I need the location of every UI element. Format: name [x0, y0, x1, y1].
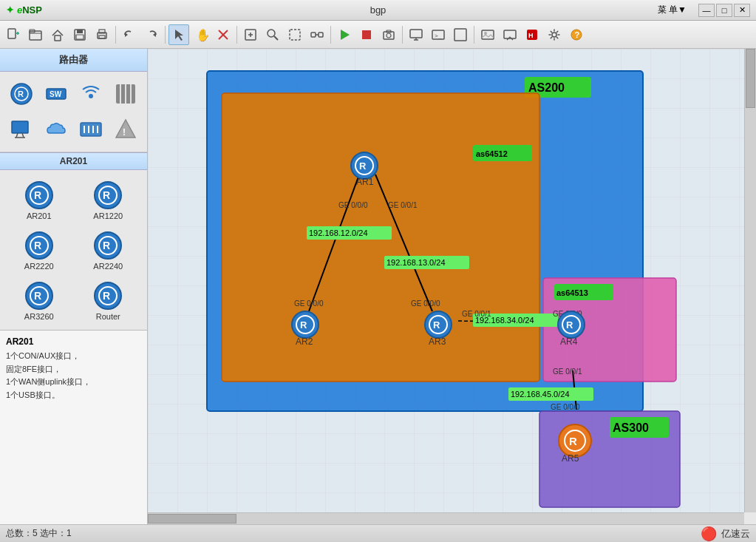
ar1-label: AR1: [356, 177, 374, 187]
device-item-ar201[interactable]: R AR201: [6, 176, 72, 223]
brand-button[interactable]: H: [522, 24, 542, 45]
image-button[interactable]: [477, 24, 498, 45]
ar5-label: AR5: [562, 453, 579, 464]
svg-marker-62: [116, 120, 135, 138]
svg-line-55: [22, 133, 24, 138]
ar3-label: AR3: [429, 336, 446, 347]
device-item-ar2220[interactable]: R AR2220: [6, 226, 72, 274]
help-button[interactable]: ?: [566, 24, 587, 45]
svg-line-19: [274, 36, 278, 40]
device-ar1[interactable]: R: [351, 152, 378, 179]
sidebar: 路由器 R SW: [0, 49, 148, 524]
message-button[interactable]: [500, 24, 520, 45]
ar4-label: AR4: [560, 336, 578, 347]
cli-button[interactable]: >_: [428, 24, 449, 45]
close-button[interactable]: ✕: [734, 4, 750, 17]
area-button[interactable]: [285, 24, 305, 45]
device-type-more[interactable]: !: [109, 113, 141, 146]
start-button[interactable]: [334, 24, 355, 45]
device-type-pc[interactable]: [6, 113, 38, 146]
net13-label: 192.168.13.0/24: [386, 258, 446, 267]
scroll-thumb-horizontal[interactable]: [148, 514, 236, 524]
line-button[interactable]: [307, 24, 327, 45]
as300-label: AS300: [613, 421, 649, 434]
svg-text:H: H: [528, 32, 534, 39]
stop-button[interactable]: [356, 24, 377, 45]
settings-button[interactable]: [544, 24, 565, 45]
minimize-button[interactable]: —: [698, 4, 715, 17]
device-label-ar1220: AR1220: [93, 211, 123, 220]
canvas-area[interactable]: AS200 as64512 as64513 AS300: [148, 49, 756, 524]
device-ar5[interactable]: R: [559, 424, 591, 457]
device-ar2[interactable]: R: [292, 311, 319, 338]
svg-text:R: R: [34, 240, 41, 251]
maximize-button[interactable]: □: [716, 4, 732, 17]
if-ar1-ge000-label: GE 0/0/0: [338, 201, 368, 209]
move-button[interactable]: ✋: [191, 24, 211, 45]
redo-button[interactable]: [141, 24, 162, 45]
filter-button[interactable]: [262, 24, 283, 45]
svg-text:?: ?: [575, 30, 580, 39]
brand-icon: 🔴: [701, 526, 717, 542]
monitor-button[interactable]: [406, 24, 426, 45]
status-count: 总数：5 选中：1: [6, 527, 72, 540]
device-label-ar2240: AR2240: [93, 262, 123, 271]
zoom-fit-button[interactable]: [240, 24, 261, 45]
device-type-hub[interactable]: [75, 113, 107, 146]
svg-text:✋: ✋: [196, 28, 208, 42]
save-button[interactable]: [69, 24, 90, 45]
svg-point-40: [552, 33, 556, 37]
device-type-firewall[interactable]: [109, 78, 141, 110]
delete-button[interactable]: [213, 24, 234, 45]
select-button[interactable]: [168, 24, 189, 45]
svg-rect-21: [311, 33, 316, 37]
undo-button[interactable]: [119, 24, 140, 45]
svg-rect-0: [8, 29, 16, 38]
svg-rect-29: [410, 30, 422, 38]
if-ar5-ge000-label: GE 0/0/0: [551, 403, 580, 411]
svg-marker-12: [125, 33, 128, 37]
menu-button[interactable]: 菜 单▼: [653, 2, 691, 18]
device-item-router[interactable]: R Router: [75, 277, 142, 324]
svg-point-27: [386, 33, 391, 38]
sep3: [236, 26, 237, 44]
topo-button[interactable]: [450, 24, 471, 45]
device-ar3[interactable]: R: [425, 311, 452, 338]
device-type-switch[interactable]: SW: [41, 78, 72, 110]
svg-line-54: [16, 133, 18, 138]
svg-text:R: R: [103, 189, 110, 201]
ar2-label: AR2: [296, 336, 313, 347]
toolbar: ✋ >_ H ?: [0, 21, 756, 49]
scroll-thumb-vertical[interactable]: [746, 49, 755, 108]
sep4: [330, 26, 331, 44]
as64512-label: as64512: [476, 149, 508, 158]
statusbar: 总数：5 选中：1 🔴 亿速云: [0, 524, 756, 542]
svg-rect-7: [77, 30, 83, 33]
capture-button[interactable]: [378, 24, 399, 45]
open-button[interactable]: [25, 24, 46, 45]
device-ar4[interactable]: R: [558, 311, 585, 338]
print-button[interactable]: [92, 24, 112, 45]
window-title: bgp: [370, 4, 386, 16]
diagram-svg[interactable]: AS200 as64512 as64513 AS300: [148, 49, 744, 512]
device-label-ar201: AR201: [27, 211, 52, 220]
sep5: [402, 26, 403, 44]
device-item-ar1220[interactable]: R AR1220: [75, 176, 142, 223]
new-button[interactable]: [3, 24, 24, 45]
svg-point-48: [89, 94, 93, 98]
svg-text:R: R: [103, 290, 110, 302]
logo-icon: ✦: [6, 4, 14, 16]
home-button[interactable]: [47, 24, 68, 45]
scrollbar-horizontal[interactable]: [148, 512, 744, 524]
svg-text:R: R: [103, 240, 110, 251]
device-type-router[interactable]: R: [6, 78, 38, 110]
device-type-cloud[interactable]: [41, 113, 72, 146]
device-type-wireless[interactable]: [75, 78, 107, 110]
sep1: [115, 26, 116, 44]
device-item-ar3260[interactable]: R AR3260: [6, 277, 72, 324]
device-item-ar2240[interactable]: R AR2240: [75, 226, 142, 274]
svg-rect-11: [99, 35, 105, 38]
scrollbar-vertical[interactable]: [744, 49, 756, 512]
brand-label: 亿速云: [721, 527, 750, 541]
category-header: AR201: [0, 152, 147, 170]
